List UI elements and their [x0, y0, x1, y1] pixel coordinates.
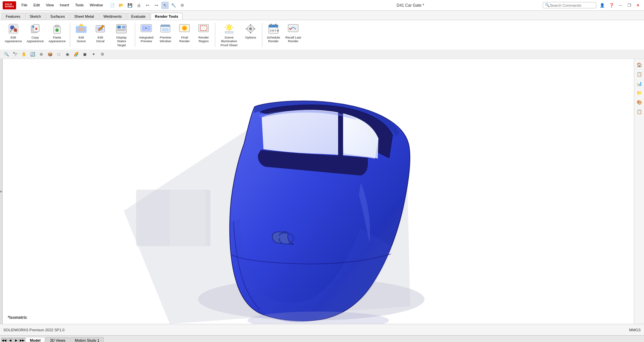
- right-panel-driveworksxpress-icon[interactable]: 📁: [635, 88, 644, 97]
- svg-point-33: [249, 27, 252, 30]
- schedule-render-label: ScheduleRender: [267, 36, 280, 43]
- svg-rect-23: [161, 25, 170, 27]
- rotate-icon[interactable]: 🔄: [29, 51, 36, 58]
- tab-evaluate[interactable]: Evaluate: [127, 13, 150, 20]
- right-panel: 🏠 📋 📊 📁 🎨 📋: [634, 59, 644, 324]
- model-viewport-svg: [3, 59, 634, 324]
- view-settings-icon[interactable]: ⚙: [99, 51, 106, 58]
- svg-point-34: [250, 24, 251, 25]
- edit-decal-button[interactable]: EditDecal: [91, 21, 110, 48]
- zoom-to-fit-icon[interactable]: 🔍: [3, 51, 10, 58]
- view-orientation-icon[interactable]: 📦: [46, 51, 54, 58]
- redo-icon[interactable]: ↪: [153, 2, 160, 9]
- tab-render-tools[interactable]: Render Tools: [151, 13, 182, 20]
- menu-insert[interactable]: Insert: [57, 2, 72, 9]
- display-states-button[interactable]: Display StatesTarget: [110, 21, 133, 48]
- render-tools-icon[interactable]: ✦: [90, 51, 97, 58]
- right-panel-displaymanager-icon[interactable]: 🎨: [635, 98, 644, 107]
- menu-edit[interactable]: Edit: [31, 2, 43, 9]
- section-view-icon[interactable]: ⊕: [38, 51, 45, 58]
- rebuild-icon[interactable]: 🔧: [170, 2, 177, 9]
- pan-icon[interactable]: ✋: [20, 51, 28, 58]
- tab-model[interactable]: Model: [25, 337, 45, 342]
- tab-motion-study-1[interactable]: Motion Study 1: [70, 337, 104, 342]
- final-render-label: FinalRender: [179, 36, 190, 43]
- window-title: D41 Car Gate *: [281, 3, 540, 8]
- title-actions: 🔍 👤 ❓ ─ ❐ ✕: [543, 2, 641, 9]
- search-box[interactable]: 🔍: [543, 2, 596, 8]
- print-icon[interactable]: 🖨: [135, 2, 143, 9]
- svg-rect-40: [270, 24, 272, 26]
- user-icon[interactable]: 👤: [598, 2, 606, 9]
- menu-tools[interactable]: Tools: [72, 2, 87, 9]
- tab-sheet-metal[interactable]: Sheet Metal: [70, 13, 98, 20]
- recall-last-render-button[interactable]: Recall LastRender: [283, 21, 303, 48]
- preview-window-button[interactable]: PreviewWindow: [156, 21, 175, 48]
- render-region-label: RenderRegion: [199, 36, 209, 43]
- options-button[interactable]: Options: [241, 21, 260, 48]
- svg-point-35: [250, 32, 251, 33]
- final-render-button[interactable]: FinalRender: [175, 21, 194, 48]
- right-panel-propertymanager-icon[interactable]: 📋: [635, 70, 644, 78]
- statusbar-units: MMGS: [629, 328, 641, 332]
- restore-button[interactable]: ❐: [626, 2, 633, 9]
- menu-view[interactable]: View: [43, 2, 57, 9]
- tab-3dviews[interactable]: 3D Views: [46, 337, 70, 342]
- save-icon[interactable]: 💾: [126, 2, 134, 9]
- separator-2: [135, 23, 135, 47]
- prev-sheet-button[interactable]: ◀: [7, 338, 13, 342]
- paste-appearance-button[interactable]: PasteAppearance: [46, 21, 67, 48]
- cursor-icon active[interactable]: ↖: [161, 2, 169, 9]
- bottom-tabs: ◀◀ ◀ ▶ ▶▶ Model 3D Views Motion Study 1: [0, 335, 644, 342]
- settings-icon[interactable]: ⚙: [179, 2, 186, 9]
- edit-scene-icon: [75, 23, 87, 35]
- edit-appearance-button[interactable]: EditAppearance: [3, 21, 24, 48]
- open-icon[interactable]: 📂: [118, 2, 125, 9]
- next-sheet-button[interactable]: ▶: [13, 338, 19, 342]
- menu-window[interactable]: Window: [87, 2, 106, 9]
- right-panel-home-icon[interactable]: 🏠: [635, 60, 644, 69]
- menu-file[interactable]: File: [19, 2, 30, 9]
- scenes-icon[interactable]: ◼: [81, 51, 89, 58]
- right-panel-taskpane-icon[interactable]: 📋: [635, 107, 644, 116]
- tab-sketch[interactable]: Sketch: [25, 13, 45, 20]
- undo-icon[interactable]: ↩: [144, 2, 151, 9]
- viewport[interactable]: Y X Z *Isometric: [3, 59, 634, 324]
- minimize-button[interactable]: ─: [617, 2, 624, 9]
- help-icon[interactable]: ❓: [608, 2, 615, 9]
- svg-rect-8: [55, 25, 59, 27]
- tab-features[interactable]: Features: [1, 13, 24, 20]
- close-button[interactable]: ✕: [635, 2, 641, 9]
- edit-appearance-icon: [7, 23, 19, 35]
- copy-appearance-button[interactable]: CopyAppearance: [24, 21, 46, 48]
- appearance-icon[interactable]: 🌈: [72, 51, 80, 58]
- integrated-preview-button[interactable]: IntegratedPreview: [137, 21, 156, 48]
- render-region-icon: [198, 23, 210, 35]
- options-icon: [245, 23, 257, 35]
- new-icon[interactable]: 📄: [109, 2, 116, 9]
- render-region-button[interactable]: RenderRegion: [195, 21, 213, 48]
- edit-decal-label: EditDecal: [96, 36, 104, 43]
- zoom-in-icon[interactable]: 🔭: [11, 51, 19, 58]
- edit-scene-button[interactable]: EditScene: [72, 21, 91, 48]
- last-sheet-button[interactable]: ▶▶: [19, 338, 25, 342]
- scene-illumination-icon: [223, 23, 235, 35]
- svg-rect-39: [269, 25, 278, 27]
- svg-point-6: [35, 28, 37, 30]
- search-input[interactable]: [550, 3, 590, 7]
- left-panel-toggle[interactable]: ▶: [0, 59, 3, 324]
- main-area: ▶: [0, 59, 644, 324]
- scene-illumination-button[interactable]: Scene IlluminationProof Sheet: [217, 21, 241, 48]
- view-toolbar: 🔍 🔭 ✋ 🔄 ⊕ 📦 □ ◉ 🌈 ◼ ✦ ⚙: [0, 50, 644, 59]
- tab-surfaces[interactable]: Surfaces: [46, 13, 69, 20]
- schedule-render-button[interactable]: S M T W T ScheduleRender: [264, 21, 283, 48]
- separator-4: [262, 23, 262, 47]
- integrated-preview-icon: [140, 23, 152, 35]
- right-panel-configmanager-icon[interactable]: 📊: [635, 79, 644, 88]
- tab-weldments[interactable]: Weldments: [99, 13, 126, 20]
- recall-last-render-icon: [287, 23, 299, 35]
- separator-3: [215, 23, 215, 47]
- hide-show-icon[interactable]: ◉: [64, 51, 71, 58]
- first-sheet-button[interactable]: ◀◀: [1, 338, 7, 342]
- display-style-icon[interactable]: □: [55, 51, 62, 58]
